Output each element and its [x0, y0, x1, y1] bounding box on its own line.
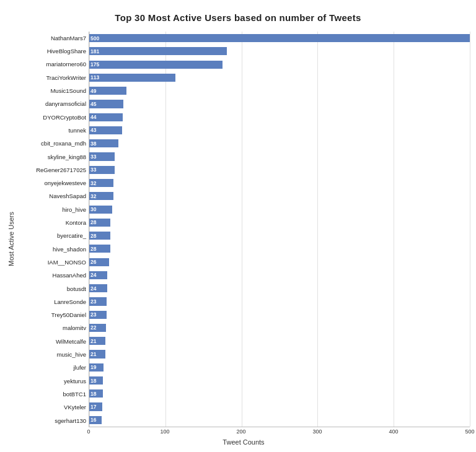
chart-container: Top 30 Most Active Users based on number…: [0, 0, 476, 452]
bar-row: 30: [89, 202, 470, 215]
user-label: cbit_roxana_mdh: [17, 137, 86, 150]
user-label: jlufer: [17, 361, 86, 374]
x-tick-label: 100: [160, 428, 169, 435]
bar-value-label: 28: [89, 246, 96, 252]
user-label: hive_shadon: [17, 243, 86, 256]
user-label: TraciYorkWriter: [17, 71, 86, 84]
bar: 181: [89, 47, 227, 55]
bar: 23: [89, 311, 107, 319]
bar-value-label: 16: [89, 417, 96, 423]
user-label: LanreSonde: [17, 295, 86, 308]
bar: 49: [89, 87, 126, 95]
bar-value-label: 24: [89, 285, 96, 292]
bar: 45: [89, 100, 123, 108]
bar-row: 19: [89, 361, 470, 374]
bar-row: 175: [89, 58, 470, 71]
user-label: ReGener26717025: [17, 163, 86, 176]
bar-value-label: 175: [89, 61, 99, 67]
bar: 30: [89, 206, 112, 214]
user-label: yekturus: [17, 375, 86, 388]
bar: 26: [89, 258, 109, 266]
bar-row: 22: [89, 321, 470, 334]
bar: 33: [89, 152, 115, 160]
user-label: VKyteler: [17, 401, 86, 414]
bar-value-label: 30: [89, 206, 96, 212]
bar-value-label: 22: [89, 324, 96, 331]
bar-row: 45: [89, 97, 470, 110]
bar: 19: [89, 363, 104, 372]
user-label: WilMetcalfe: [17, 335, 86, 348]
bar-row: 43: [89, 124, 470, 137]
user-label: IAM__NONSO: [17, 256, 86, 269]
user-label: danyramsoficial: [17, 97, 86, 110]
bar-value-label: 24: [89, 272, 96, 278]
bar-value-label: 32: [89, 180, 96, 186]
bar: 17: [89, 402, 102, 411]
bar: 23: [89, 297, 107, 305]
bar-value-label: 181: [89, 48, 99, 54]
x-axis-label: Tweet Counts: [17, 438, 470, 446]
bar: 28: [89, 232, 110, 240]
user-label: Music1Sound: [17, 84, 86, 97]
bar-row: 500: [89, 32, 470, 45]
bar-value-label: 500: [89, 35, 99, 41]
bar-row: 49: [89, 84, 470, 97]
bar: 18: [89, 376, 103, 385]
bar-value-label: 18: [89, 378, 96, 384]
user-label: mariatornero60: [17, 58, 86, 71]
bar-row: 44: [89, 111, 470, 124]
bar-value-label: 33: [89, 167, 96, 173]
bar-value-label: 43: [89, 127, 96, 133]
bar: 24: [89, 271, 107, 279]
bar: 500: [89, 34, 470, 42]
bars-plot: 5001811751134945444338333332323028282826…: [89, 32, 470, 427]
bar: 22: [89, 324, 106, 332]
user-label: byercatire_: [17, 229, 86, 242]
bar: 175: [89, 61, 223, 69]
bar-row: 18: [89, 374, 470, 387]
bar-row: 32: [89, 176, 470, 189]
user-label: music_hive: [17, 348, 86, 361]
bar: 38: [89, 139, 118, 147]
chart-inner: NathanMars7HiveBlogSharemariatornero60Tr…: [17, 32, 470, 446]
bar: 43: [89, 126, 122, 134]
user-label: HiveBlogShare: [17, 45, 86, 58]
bar-row: 26: [89, 256, 470, 269]
bar-row: 24: [89, 269, 470, 282]
bar-value-label: 28: [89, 233, 96, 239]
bar-row: 21: [89, 334, 470, 347]
user-label: DYORCryptoBot: [17, 111, 86, 124]
user-label: NathanMars7: [17, 32, 86, 45]
user-label: skyline_king88: [17, 150, 86, 163]
bars-section: NathanMars7HiveBlogSharemariatornero60Tr…: [17, 32, 470, 427]
bar-row: 24: [89, 282, 470, 295]
bar: 16: [89, 416, 102, 424]
bar-value-label: 33: [89, 154, 96, 160]
grid-line: [470, 32, 470, 427]
bar: 18: [89, 389, 103, 398]
bar-row: 28: [89, 242, 470, 255]
user-label: Kontora: [17, 216, 86, 229]
user-label: NaveshSapad: [17, 190, 86, 203]
bar-row: 33: [89, 150, 470, 163]
x-tick-label: 300: [312, 428, 322, 435]
bar: 113: [89, 74, 175, 82]
user-label: HassanAhed: [17, 269, 86, 282]
bar-row: 113: [89, 71, 470, 84]
bar-row: 28: [89, 216, 470, 229]
bar-value-label: 17: [89, 404, 96, 410]
chart-title: Top 30 Most Active Users based on number…: [115, 12, 361, 23]
x-tick-label: 500: [465, 428, 474, 435]
bar-row: 38: [89, 137, 470, 150]
bar-row: 16: [89, 414, 470, 427]
bar-row: 18: [89, 387, 470, 400]
bar: 21: [89, 337, 105, 345]
bar: 32: [89, 179, 113, 187]
x-tick-label: 200: [236, 428, 245, 435]
y-axis-label: Most Active Users: [6, 32, 16, 446]
bar-value-label: 18: [89, 391, 96, 397]
bar-value-label: 45: [89, 101, 96, 107]
bar: 32: [89, 192, 113, 200]
bar-value-label: 23: [89, 298, 96, 305]
x-tick-label: 400: [389, 428, 398, 435]
